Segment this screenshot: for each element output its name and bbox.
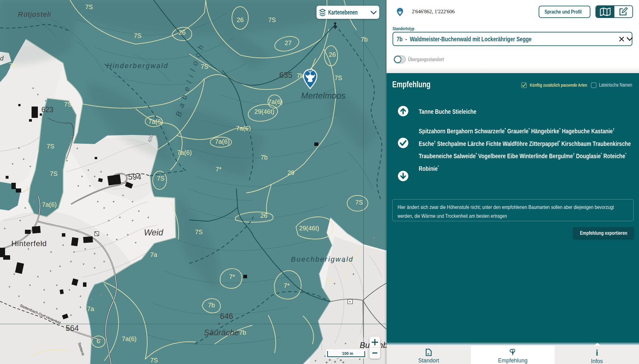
svg-text:Säuräche: Säuräche: [204, 328, 239, 337]
svg-text:×: ×: [218, 321, 221, 326]
svg-text:7b: 7b: [261, 154, 268, 161]
svg-text:Weid: Weid: [144, 228, 163, 237]
svg-text:7b: 7b: [239, 329, 246, 336]
svg-text:7a(6): 7a(6): [148, 118, 163, 125]
svg-text:Hinterfeld: Hinterfeld: [11, 239, 47, 248]
svg-text:7a(6): 7a(6): [215, 138, 230, 145]
svg-text:7a: 7a: [150, 251, 157, 258]
svg-text:Rütjosteli: Rütjosteli: [18, 10, 51, 18]
svg-text:7a: 7a: [87, 305, 94, 312]
svg-text:Mertelmoos: Mertelmoos: [301, 91, 346, 101]
svg-text:7S: 7S: [64, 101, 72, 108]
svg-text:27: 27: [285, 39, 292, 46]
svg-text:100 m: 100 m: [342, 351, 353, 356]
svg-text:7S: 7S: [9, 62, 16, 69]
svg-text:7S: 7S: [195, 228, 203, 235]
svg-text:7S: 7S: [201, 63, 208, 70]
svg-text:Buechberigwald: Buechberigwald: [291, 255, 354, 263]
svg-text:7S: 7S: [157, 175, 164, 182]
svg-text:635: 635: [279, 71, 293, 79]
svg-text:7b: 7b: [297, 72, 304, 79]
svg-text:29(46t): 29(46t): [254, 108, 274, 115]
svg-text:623: 623: [41, 106, 53, 114]
svg-text:Hinderbergwald: Hinderbergwald: [107, 62, 169, 70]
svg-text:7S: 7S: [47, 143, 54, 150]
svg-text:Kartenebenen: Kartenebenen: [328, 9, 358, 16]
svg-text:d: d: [0, 55, 4, 62]
svg-text:7S: 7S: [268, 16, 276, 23]
svg-text:7S: 7S: [50, 170, 57, 177]
svg-text:26: 26: [260, 212, 267, 219]
svg-text:26: 26: [237, 16, 244, 23]
svg-text:564: 564: [66, 324, 79, 332]
svg-text:646: 646: [220, 312, 233, 321]
svg-text:7S: 7S: [334, 74, 342, 81]
svg-text:7*: 7*: [216, 166, 222, 173]
svg-text:7S: 7S: [85, 3, 93, 10]
svg-text:7a(6): 7a(6): [42, 201, 57, 208]
svg-text:7b: 7b: [361, 36, 368, 43]
svg-text:7b: 7b: [208, 302, 215, 309]
svg-text:1: 1: [25, 185, 29, 192]
svg-text:29: 29: [287, 169, 294, 176]
svg-text:594: 594: [128, 172, 141, 181]
svg-text:26: 26: [179, 29, 186, 36]
svg-text:7*: 7*: [229, 273, 235, 280]
svg-text:26: 26: [329, 51, 336, 58]
svg-text:7*: 7*: [284, 282, 290, 289]
svg-text:7S: 7S: [355, 199, 363, 206]
svg-text:7S: 7S: [134, 32, 141, 39]
svg-text:7a(6): 7a(6): [122, 335, 137, 342]
svg-text:7a(6): 7a(6): [177, 149, 192, 156]
svg-text:7a(6): 7a(6): [268, 98, 283, 105]
svg-text:6: 6: [97, 338, 100, 344]
svg-text:29(46t): 29(46t): [299, 225, 319, 232]
svg-text:26: 26: [325, 277, 332, 284]
svg-text:7a(6): 7a(6): [236, 125, 251, 132]
svg-text:7S: 7S: [150, 357, 158, 364]
